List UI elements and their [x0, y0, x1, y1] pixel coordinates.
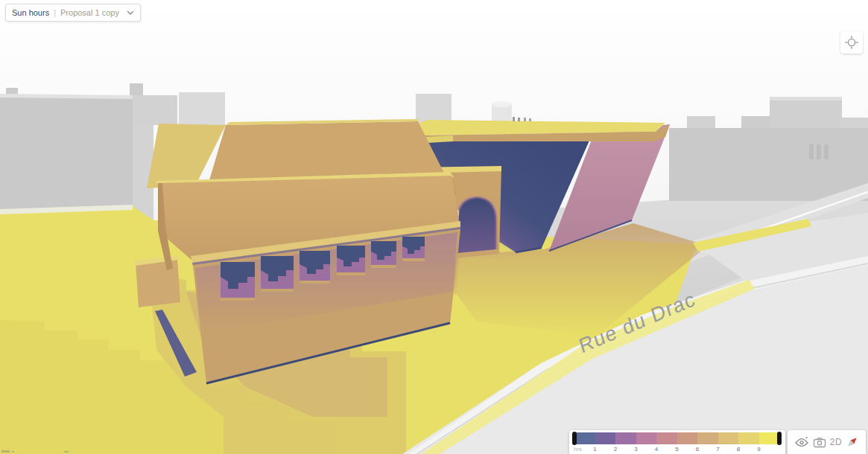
legend-color-block: [615, 432, 636, 444]
viewport-toolbar: 2D: [788, 430, 866, 454]
legend-tick: 1: [593, 446, 596, 453]
2d-mode-label: 2D: [830, 437, 842, 447]
legend-tick-labels: hrs 123456789: [569, 445, 785, 454]
legend-gradient-bar[interactable]: [574, 432, 779, 444]
legend-tick: 4: [655, 446, 658, 453]
app-window: Rue du Drac: [0, 0, 868, 454]
snapshot-button[interactable]: [813, 434, 826, 450]
legend-color-block: [595, 432, 616, 444]
legend-tick: 2: [614, 446, 617, 453]
legend-tick: 5: [675, 446, 678, 453]
legend-unit-label: hrs: [574, 446, 582, 453]
legend-color-block: [759, 432, 780, 444]
legend-min-handle[interactable]: [572, 432, 577, 445]
view-mode-label: Sun hours: [12, 8, 49, 17]
chevron-down-icon: [127, 10, 134, 16]
legend-max-handle[interactable]: [777, 432, 782, 445]
crosshair-locate-icon: [843, 34, 860, 51]
proposal-label: Proposal 1 copy: [60, 8, 127, 17]
locate-view-button[interactable]: [840, 31, 863, 54]
selector-divider: |: [54, 8, 56, 17]
compass-button[interactable]: [846, 434, 859, 450]
legend-tick: 3: [634, 446, 637, 453]
legend-tick: 6: [696, 446, 699, 453]
legend-color-block: [656, 432, 677, 444]
legend-color-block: [718, 432, 739, 444]
legend-tick: 7: [716, 446, 719, 453]
legend-color-block: [697, 432, 718, 444]
legend-tick: 8: [737, 446, 740, 453]
sun-hours-legend: hrs 123456789: [569, 430, 785, 454]
visibility-button[interactable]: [794, 434, 809, 450]
compass-needle-icon: [846, 435, 859, 449]
camera-icon: [813, 437, 826, 448]
legend-color-block: [738, 432, 759, 444]
legend-color-block: [574, 432, 595, 444]
legend-color-block: [636, 432, 657, 444]
view-mode-selector[interactable]: Sun hours | Proposal 1 copy: [5, 4, 141, 22]
eye-icon: [794, 436, 809, 448]
legend-tick: 9: [757, 446, 760, 453]
legend-color-block: [677, 432, 698, 444]
3d-viewport[interactable]: Rue du Drac: [0, 0, 868, 454]
toggle-2d-button[interactable]: 2D: [830, 434, 842, 450]
